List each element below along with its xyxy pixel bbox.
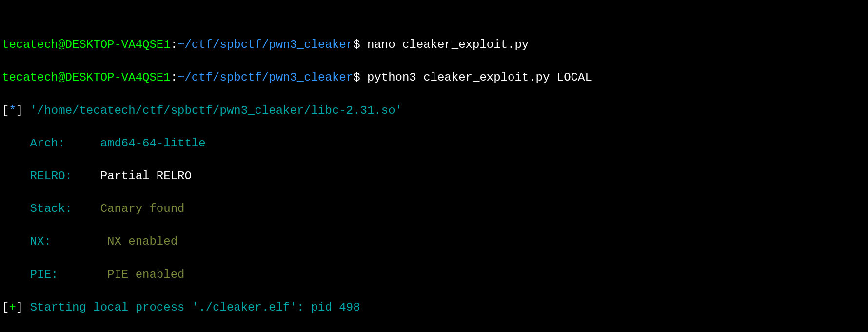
output-starting: [+] Starting local process './cleaker.el…: [2, 299, 866, 316]
prompt-path: ~/ctf/spbctf/pwn3_cleaker: [178, 38, 353, 51]
relro-value: Partial RELRO: [100, 169, 192, 183]
prompt-line-2[interactable]: tecatech@DESKTOP-VA4QSE1:~/ctf/spbctf/pw…: [2, 69, 866, 86]
prompt-sep: :: [171, 71, 178, 84]
checksec-pie: PIE: PIE enabled: [2, 267, 866, 283]
stack-label: Stack:: [30, 202, 72, 215]
prompt-dollar: $: [353, 71, 360, 84]
pie-label: PIE:: [30, 268, 59, 281]
checksec-nx: NX: NX enabled: [2, 233, 866, 250]
nx-label: NX:: [30, 235, 51, 248]
relro-label: RELRO:: [30, 169, 72, 183]
starting-text: Starting local process './cleaker.elf': …: [30, 301, 360, 314]
command-2: python3 cleaker_exploit.py LOCAL: [367, 71, 592, 84]
checksec-relro: RELRO: Partial RELRO: [2, 168, 866, 185]
output-libc-path: [*] '/home/tecatech/ctf/spbctf/pwn3_clea…: [2, 103, 866, 119]
prompt-dollar: $: [353, 38, 360, 51]
prompt-user: tecatech@DESKTOP-VA4QSE1: [2, 71, 171, 84]
prompt-user: tecatech@DESKTOP-VA4QSE1: [2, 38, 171, 51]
star-icon: *: [9, 104, 16, 117]
checksec-arch: Arch: amd64-64-little: [2, 135, 866, 152]
prompt-path: ~/ctf/spbctf/pwn3_cleaker: [178, 71, 353, 84]
plus-icon: +: [9, 301, 16, 314]
pie-value: PIE enabled: [107, 268, 184, 281]
nx-value: NX enabled: [107, 235, 178, 248]
arch-label: Arch:: [30, 137, 65, 150]
arch-value: amd64-64-little: [100, 137, 206, 150]
prompt-line-1[interactable]: tecatech@DESKTOP-VA4QSE1:~/ctf/spbctf/pw…: [2, 37, 866, 53]
libc-path: '/home/tecatech/ctf/spbctf/pwn3_cleaker/…: [30, 104, 402, 117]
prompt-sep: :: [171, 38, 178, 51]
command-1: nano cleaker_exploit.py: [367, 38, 529, 51]
checksec-stack: Stack: Canary found: [2, 201, 866, 217]
stack-value: Canary found: [100, 202, 185, 215]
